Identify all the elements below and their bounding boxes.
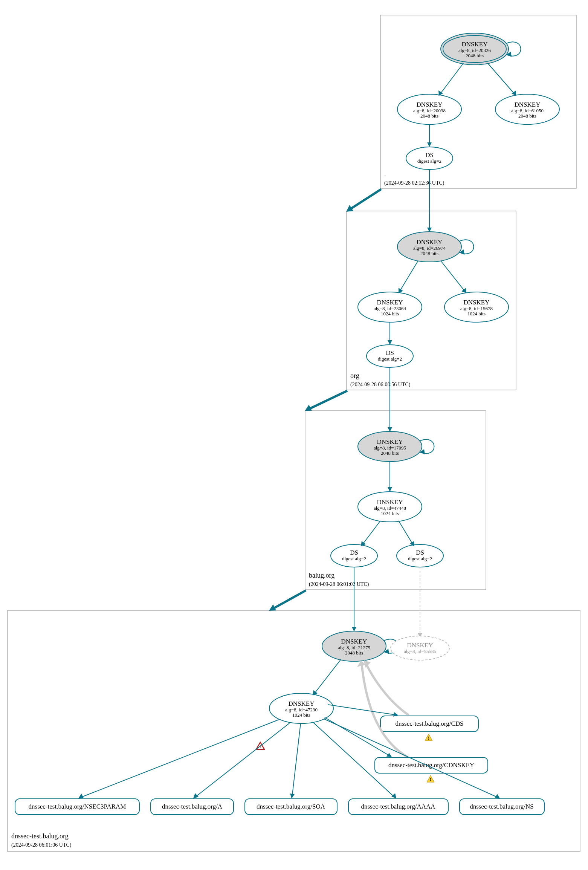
svg-text:!: ! (430, 777, 431, 782)
svg-text:dnssec-test.balug.org/NS: dnssec-test.balug.org/NS (470, 803, 534, 810)
edge-zsk-soa (292, 723, 301, 798)
svg-text:2048 bits: 2048 bits (381, 450, 399, 456)
node-org-zsk2: DNSKEY alg=8, id=15678 1024 bits (444, 292, 509, 322)
record-cds: dnssec-test.balug.org/CDS ! (380, 716, 478, 741)
svg-text:2048 bits: 2048 bits (466, 53, 484, 58)
svg-text:alg=8, id=20326: alg=8, id=20326 (458, 47, 491, 53)
svg-text:dnssec-test.balug.org/A: dnssec-test.balug.org/A (162, 803, 223, 810)
edge-balug-zsk-ds2 (399, 521, 414, 546)
svg-text:dnssec-test.balug.org/CDS: dnssec-test.balug.org/CDS (395, 720, 463, 727)
svg-text:digest alg=2: digest alg=2 (408, 556, 432, 561)
svg-text:alg=8, id=21275: alg=8, id=21275 (338, 645, 370, 650)
svg-text:alg=8, id=20038: alg=8, id=20038 (413, 108, 446, 113)
node-balug-ds1: DS digest alg=2 (331, 544, 377, 567)
node-balug-zsk: DNSKEY alg=8, id=47448 1024 bits (358, 492, 422, 522)
svg-text:DS: DS (350, 549, 358, 556)
svg-text:DS: DS (425, 151, 434, 159)
zone-org-timestamp: (2024-09-28 06:00:56 UTC) (350, 382, 411, 388)
svg-text:1024 bits: 1024 bits (381, 311, 399, 317)
svg-text:2048 bits: 2048 bits (420, 251, 438, 256)
node-balug-ksk: DNSKEY alg=8, id=17095 2048 bits (358, 431, 422, 462)
svg-text:alg=8, id=47230: alg=8, id=47230 (285, 707, 318, 713)
svg-text:alg=8, id=15678: alg=8, id=15678 (460, 306, 493, 311)
node-dt-zsk: DNSKEY alg=8, id=47230 1024 bits (269, 693, 333, 723)
node-dt-ksk: DNSKEY alg=8, id=21275 2048 bits (322, 631, 386, 661)
svg-text:DNSKEY: DNSKEY (464, 299, 490, 306)
edge-root-ksk-zsk1 (439, 63, 463, 96)
svg-text:DNSKEY: DNSKEY (377, 299, 403, 306)
svg-text:DNSKEY: DNSKEY (417, 101, 443, 108)
zone-org-label: org (350, 372, 359, 379)
edge-dt-ksk-zsk (313, 659, 341, 695)
svg-text:1024 bits: 1024 bits (467, 311, 486, 317)
zone-balug-label: balug.org (309, 572, 334, 579)
record-soa: dnssec-test.balug.org/SOA (245, 799, 337, 815)
svg-text:alg=8, id=26974: alg=8, id=26974 (413, 245, 446, 251)
svg-text:DS: DS (386, 349, 394, 356)
zone-balug-timestamp: (2024-09-28 06:01:02 UTC) (309, 581, 369, 587)
svg-marker-99 (78, 794, 84, 798)
svg-text:1024 bits: 1024 bits (292, 712, 310, 718)
svg-marker-19 (427, 142, 432, 147)
svg-text:alg=8, id=23064: alg=8, id=23064 (374, 306, 406, 311)
svg-marker-102 (391, 793, 396, 798)
edge-org-to-balug-delegation (307, 391, 347, 410)
node-root-zsk1: DNSKEY alg=8, id=20038 2048 bits (397, 94, 461, 124)
record-a: dnssec-test.balug.org/A (151, 799, 234, 815)
edge-balug-zsk-ds1 (362, 521, 380, 546)
zone-root-timestamp: (2024-09-28 02:12:36 UTC) (384, 180, 444, 186)
record-cdnskey: dnssec-test.balug.org/CDNSKEY ! (375, 757, 488, 782)
svg-text:DNSKEY: DNSKEY (377, 438, 403, 445)
svg-text:DNSKEY: DNSKEY (515, 101, 541, 108)
svg-text:alg=8, id=17095: alg=8, id=17095 (374, 445, 406, 451)
node-org-zsk1: DNSKEY alg=8, id=23064 1024 bits (358, 292, 422, 322)
svg-text:DNSKEY: DNSKEY (462, 41, 488, 48)
node-balug-ds2: DS digest alg=2 (397, 544, 443, 567)
svg-text:digest alg=2: digest alg=2 (378, 356, 402, 362)
svg-text:DNSKEY: DNSKEY (377, 498, 403, 506)
svg-marker-52 (388, 487, 392, 492)
svg-text:DNSKEY: DNSKEY (289, 700, 315, 707)
svg-text:alg=8, id=61050: alg=8, id=61050 (511, 108, 544, 113)
zone-dnssectest-label: dnssec-test.balug.org (11, 832, 69, 840)
svg-text:DNSKEY: DNSKEY (341, 638, 367, 645)
svg-text:2048 bits: 2048 bits (518, 113, 536, 119)
record-aaaa: dnssec-test.balug.org/AAAA (348, 799, 448, 815)
zone-dnssectest-box (8, 610, 580, 852)
svg-marker-35 (399, 288, 403, 293)
svg-marker-105 (386, 753, 392, 757)
svg-marker-40 (388, 340, 392, 345)
edge-root-to-org-delegation (348, 189, 381, 210)
warning-icon: ! (427, 775, 434, 782)
svg-text:digest alg=2: digest alg=2 (342, 556, 366, 561)
svg-marker-100 (193, 793, 199, 798)
node-root-ds: DS digest alg=2 (406, 147, 453, 170)
svg-text:2048 bits: 2048 bits (345, 650, 363, 656)
svg-text:dnssec-test.balug.org/NSEC3PAR: dnssec-test.balug.org/NSEC3PARAM (29, 803, 126, 810)
node-dt-ksk-dashed: DNSKEY alg=8, id=55585 (391, 636, 449, 660)
edge-root-ksk-zsk2 (488, 63, 516, 96)
zone-dnssectest-timestamp: (2024-09-28 06:01:06 UTC) (11, 842, 72, 848)
edge-zsk-nsec3param (79, 720, 279, 798)
svg-text:1024 bits: 1024 bits (381, 511, 399, 516)
zone-root-label: . (384, 170, 386, 178)
svg-text:alg=8, id=55585: alg=8, id=55585 (404, 648, 436, 654)
svg-text:dnssec-test.balug.org/SOA: dnssec-test.balug.org/SOA (257, 803, 325, 810)
record-ns: dnssec-test.balug.org/NS (460, 799, 544, 815)
node-org-ksk: DNSKEY alg=8, id=26974 2048 bits (397, 232, 461, 262)
edge-cds-to-ksk (365, 662, 409, 715)
node-root-zsk2: DNSKEY alg=8, id=61050 2048 bits (495, 94, 559, 124)
svg-text:2048 bits: 2048 bits (420, 113, 438, 119)
edge-org-ksk-zsk1 (399, 261, 418, 293)
edge-balug-to-dt-delegation (271, 590, 306, 610)
edge-zsk-cds (328, 705, 397, 715)
svg-text:DNSKEY: DNSKEY (407, 642, 433, 649)
svg-text:DS: DS (416, 549, 424, 556)
svg-text:!: ! (428, 735, 429, 741)
svg-marker-36 (461, 288, 466, 293)
node-org-ds: DS digest alg=2 (367, 345, 413, 367)
svg-text:digest alg=2: digest alg=2 (417, 158, 441, 164)
svg-text:alg=8, id=47448: alg=8, id=47448 (374, 505, 406, 511)
node-root-ksk: DNSKEY alg=8, id=20326 2048 bits (441, 33, 509, 65)
svg-text:DNSKEY: DNSKEY (417, 239, 443, 246)
